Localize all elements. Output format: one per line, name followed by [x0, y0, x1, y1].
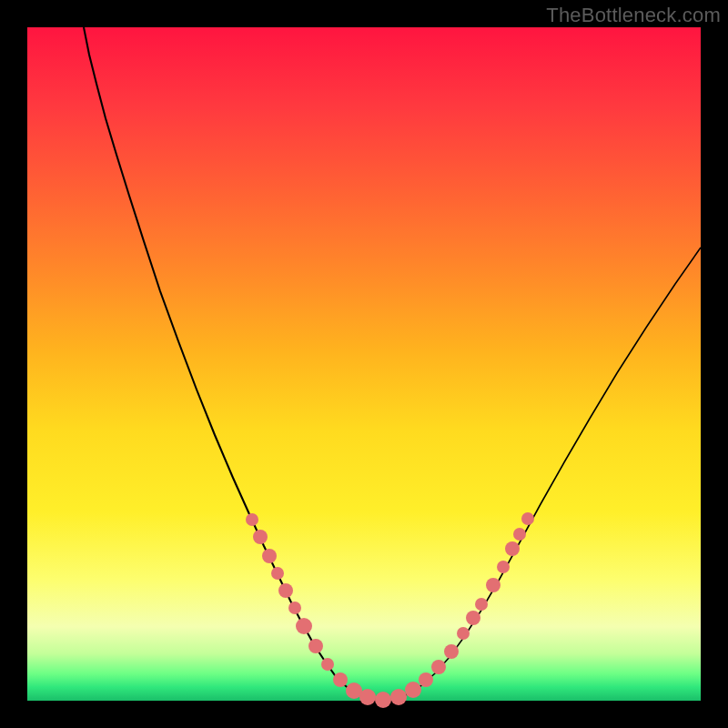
data-marker: [486, 578, 500, 592]
plot-area: [27, 27, 701, 701]
data-marker: [513, 528, 526, 541]
data-marker: [296, 618, 312, 634]
data-marker: [278, 583, 293, 598]
data-marker: [505, 541, 520, 556]
data-marker: [262, 549, 277, 563]
data-marker: [288, 602, 301, 614]
right-curve: [382, 248, 701, 701]
watermark-text: TheBottleneck.com: [546, 4, 721, 27]
data-marker: [375, 692, 391, 708]
data-marker: [308, 639, 323, 653]
data-marker: [475, 598, 488, 611]
data-marker: [359, 689, 376, 705]
data-marker: [246, 513, 258, 526]
data-marker: [466, 611, 480, 625]
data-marker: [405, 682, 421, 698]
markers-group: [246, 512, 534, 708]
data-marker: [419, 672, 433, 687]
data-marker: [457, 627, 470, 640]
data-marker: [253, 530, 268, 544]
curve-layer: [27, 27, 701, 701]
data-marker: [431, 660, 446, 674]
data-marker: [271, 567, 284, 580]
data-marker: [521, 512, 534, 525]
left-curve: [84, 27, 380, 701]
data-marker: [497, 561, 510, 573]
data-marker: [333, 672, 348, 687]
data-marker: [321, 658, 334, 671]
data-marker: [390, 689, 407, 705]
data-marker: [444, 644, 459, 659]
bottleneck-chart: TheBottleneck.com: [0, 0, 728, 728]
